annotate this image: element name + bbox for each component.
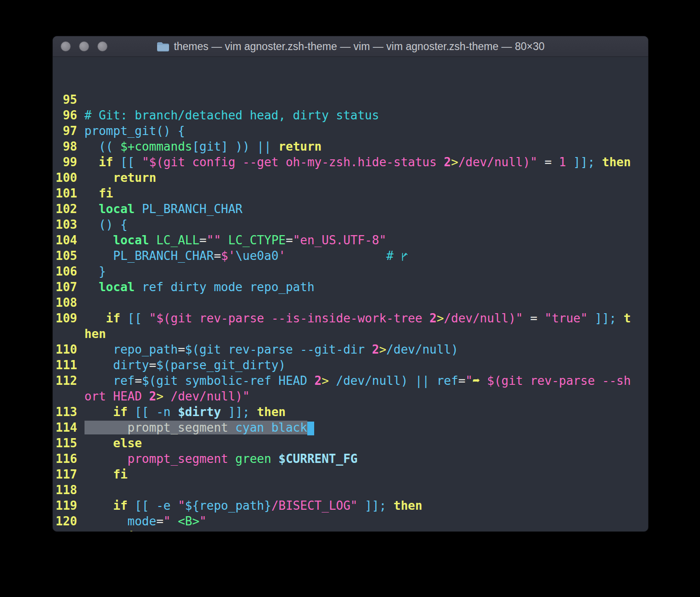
code-text: local LC_ALL="" LC_CTYPE="en_US.UTF-8" [85, 233, 387, 247]
terminal-row: 110 repo_path=$(git rev-parse --git-dir … [56, 342, 648, 357]
line-number: 104 [56, 233, 85, 247]
code-text: ort HEAD 2> /dev/null)" [85, 389, 250, 403]
line-number: 100 [56, 171, 85, 185]
terminal-row: 120 mode=" <B>" [56, 513, 648, 529]
code-text: dirty=$(parse_git_dirty) [85, 358, 286, 372]
terminal-row: 118 [56, 482, 648, 498]
line-number: 120 [56, 514, 85, 528]
terminal-row: 102 local PL_BRANCH_CHAR [56, 201, 648, 217]
line-number [56, 327, 85, 341]
line-number: 110 [56, 343, 85, 356]
terminal-rows: 95 96 # Git: branch/detached head, dirty… [56, 92, 648, 532]
terminal-row: 95 [56, 92, 648, 107]
line-number: 114 [56, 421, 85, 434]
code-text: if [[ -e "${repo_path}/BISECT_LOG" ]]; t… [85, 499, 423, 513]
traffic-lights [61, 36, 107, 56]
code-text: if [[ "$(git config --get oh-my-zsh.hide… [85, 155, 631, 169]
terminal-row: 106 } [56, 264, 648, 279]
zoom-button[interactable] [97, 41, 107, 51]
code-text: (( $+commands[git] )) || return [85, 140, 322, 153]
line-number: 102 [56, 202, 85, 216]
terminal-row: 111 dirty=$(parse_git_dirty) [56, 357, 648, 373]
line-number: 112 [56, 374, 85, 388]
line-number: 103 [56, 218, 85, 231]
line-number: 97 [56, 124, 85, 138]
line-number: 113 [56, 405, 85, 419]
code-text: return [85, 171, 157, 185]
terminal-row: 103 () { [56, 217, 648, 232]
folder-icon [156, 41, 169, 51]
code-text: else [85, 436, 142, 450]
code-text: prompt_segment green $CURRENT_FG [85, 452, 358, 466]
line-number: 118 [56, 483, 85, 497]
terminal-row: 114 prompt_segment cyan black [56, 420, 648, 435]
code-text: # Git: branch/detached head, dirty statu… [85, 108, 379, 122]
line-number: 105 [56, 249, 85, 263]
line-number: 121 [56, 530, 85, 532]
code-text: ref=$(git symbolic-ref HEAD 2> /dev/null… [85, 374, 631, 388]
line-number: 109 [56, 311, 85, 325]
title-group: themes — vim agnoster.zsh-theme — vim — … [156, 40, 544, 53]
branch-glyph-icon [401, 249, 408, 263]
code-text: local ref dirty mode repo_path [85, 280, 315, 294]
terminal-row: 101 fi [56, 186, 648, 201]
code-text: if [[ -n $dirty ]]; then [85, 405, 286, 419]
code-text: prompt_segment cyan black [85, 421, 307, 434]
terminal-row: 107 local ref dirty mode repo_path [56, 279, 648, 295]
code-text: elif [[ -e "${repo_path}/MERGE_HEAD" ]];… [85, 530, 437, 532]
line-number: 95 [56, 93, 85, 107]
code-text: repo_path=$(git rev-parse --git-dir 2>/d… [85, 343, 458, 356]
code-text: fi [85, 186, 113, 200]
terminal-row: 119 if [[ -e "${repo_path}/BISECT_LOG" ]… [56, 498, 648, 513]
line-number: 115 [56, 436, 85, 450]
line-number: 106 [56, 265, 85, 278]
terminal-row: 113 if [[ -n $dirty ]]; then [56, 404, 648, 420]
line-number: 119 [56, 499, 85, 513]
terminal-row: 104 local LC_ALL="" LC_CTYPE="en_US.UTF-… [56, 232, 648, 248]
close-button[interactable] [61, 41, 71, 51]
line-number: 101 [56, 186, 85, 200]
titlebar[interactable]: themes — vim agnoster.zsh-theme — vim — … [53, 36, 648, 57]
minimize-button[interactable] [79, 41, 89, 51]
line-number: 117 [56, 467, 85, 481]
terminal-row: 96 # Git: branch/detached head, dirty st… [56, 107, 648, 123]
terminal-body[interactable]: 95 96 # Git: branch/detached head, dirty… [53, 57, 648, 532]
line-number: 107 [56, 280, 85, 294]
line-number: 99 [56, 155, 85, 169]
vim-cursor [307, 422, 314, 435]
code-text: if [[ "$(git rev-parse --is-inside-work-… [85, 311, 631, 325]
terminal-row: 116 prompt_segment green $CURRENT_FG [56, 451, 648, 467]
code-text: PL_BRANCH_CHAR=$'\ue0a0' # [85, 249, 408, 263]
line-number [56, 389, 85, 403]
terminal-row: 115 else [56, 435, 648, 451]
terminal-row: hen [56, 326, 648, 342]
line-number: 108 [56, 296, 85, 310]
line-number: 96 [56, 108, 85, 122]
terminal-row: 108 [56, 295, 648, 310]
line-number: 116 [56, 452, 85, 466]
terminal-row: 105 PL_BRANCH_CHAR=$'\ue0a0' # [56, 248, 648, 264]
code-text: } [85, 265, 106, 278]
terminal-row: 98 (( $+commands[git] )) || return [56, 139, 648, 154]
terminal-row: 112 ref=$(git symbolic-ref HEAD 2> /dev/… [56, 373, 648, 389]
terminal-row: ort HEAD 2> /dev/null)" [56, 389, 648, 404]
terminal-row: 97 prompt_git() { [56, 123, 648, 139]
code-text: mode=" <B>" [85, 514, 207, 528]
code-text: local PL_BRANCH_CHAR [85, 202, 243, 216]
terminal-row: 100 return [56, 170, 648, 186]
terminal-row: 109 if [[ "$(git rev-parse --is-inside-w… [56, 310, 648, 326]
terminal-window: themes — vim agnoster.zsh-theme — vim — … [52, 36, 649, 532]
terminal-row: 117 fi [56, 467, 648, 482]
line-number: 111 [56, 358, 85, 372]
code-text: prompt_git() { [85, 124, 185, 138]
window-title: themes — vim agnoster.zsh-theme — vim — … [174, 40, 544, 53]
line-number: 98 [56, 140, 85, 153]
code-text: hen [85, 327, 106, 341]
terminal-row: 99 if [[ "$(git config --get oh-my-zsh.h… [56, 154, 648, 170]
code-text: () { [85, 218, 128, 231]
terminal-row: 121 elif [[ -e "${repo_path}/MERGE_HEAD"… [56, 529, 648, 532]
code-text: fi [85, 467, 128, 481]
